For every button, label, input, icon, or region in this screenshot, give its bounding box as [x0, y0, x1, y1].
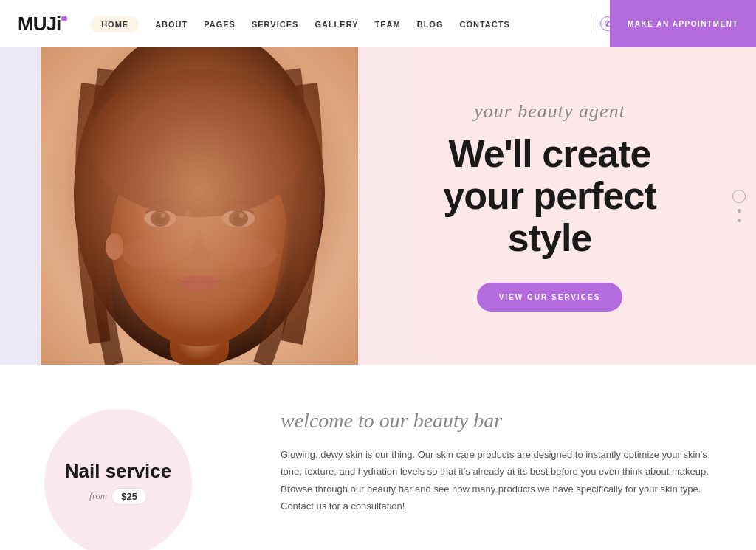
logo-dot	[61, 16, 67, 21]
svg-point-13	[233, 213, 244, 224]
svg-point-18	[182, 210, 194, 239]
navbar: MUJi HOME ABOUT PAGES SERVICES GALLERY T…	[0, 0, 756, 47]
nav-item-blog[interactable]: BLOG	[417, 17, 444, 30]
svg-point-12	[229, 210, 248, 227]
svg-point-15	[122, 239, 173, 269]
welcome-content: welcome to our beauty bar Glowing, dewy …	[281, 409, 712, 550]
welcome-text: Glowing, dewy skin is our thing. Our ski…	[281, 446, 712, 515]
hero-section: your beauty agent We'll create your perf…	[0, 47, 756, 365]
svg-point-6	[89, 69, 310, 217]
welcome-subtitle: welcome to our beauty bar	[281, 409, 712, 433]
nav-item-pages[interactable]: PAGES	[204, 17, 236, 30]
nail-price-row: from $25	[89, 488, 147, 505]
view-services-button[interactable]: VIEW OUR SERVICES	[477, 283, 623, 312]
nav-item-contacts[interactable]: CONTACTS	[459, 17, 509, 30]
svg-point-10	[161, 213, 165, 218]
svg-point-5	[111, 132, 288, 346]
nail-price-from: from	[89, 490, 107, 502]
svg-point-7	[144, 210, 176, 227]
svg-point-11	[222, 210, 255, 227]
nav-item-home[interactable]: HOME	[91, 17, 139, 30]
services-section: Nail service from $25 Hair welcome to ou…	[0, 365, 756, 550]
hero-title: We'll create your perfect style	[443, 133, 656, 260]
nav-item-services[interactable]: SERVICES	[252, 17, 298, 30]
svg-point-14	[239, 213, 244, 218]
svg-point-17	[106, 233, 123, 260]
nav-item-about[interactable]: ABOUT	[155, 17, 188, 30]
hero-content: your beauty agent We'll create your perf…	[358, 47, 756, 365]
nail-price-badge: $25	[111, 488, 147, 505]
hero-bg-left	[0, 47, 41, 365]
appointment-button[interactable]: MAKE AN APPOINTMENT	[610, 0, 756, 47]
svg-point-16	[225, 239, 277, 269]
hero-portrait	[41, 47, 358, 365]
logo[interactable]: MUJi	[18, 13, 67, 35]
hero-image-container	[41, 47, 358, 365]
svg-point-3	[74, 47, 325, 365]
hero-subtitle: your beauty agent	[474, 100, 625, 123]
nav-links: HOME ABOUT PAGES SERVICES GALLERY TEAM B…	[91, 17, 582, 30]
svg-point-9	[154, 213, 166, 224]
nav-item-gallery[interactable]: GALLERY	[315, 17, 358, 30]
nav-item-team[interactable]: TEAM	[375, 17, 401, 30]
hero-image	[41, 47, 358, 365]
nail-service-card[interactable]: Nail service from $25	[44, 409, 192, 550]
nav-divider	[591, 13, 591, 34]
services-cards: Nail service from $25 Hair	[44, 409, 236, 550]
nail-service-title: Nail service	[65, 461, 172, 482]
svg-rect-4	[170, 276, 229, 365]
svg-rect-2	[41, 47, 358, 365]
svg-point-8	[151, 210, 170, 227]
